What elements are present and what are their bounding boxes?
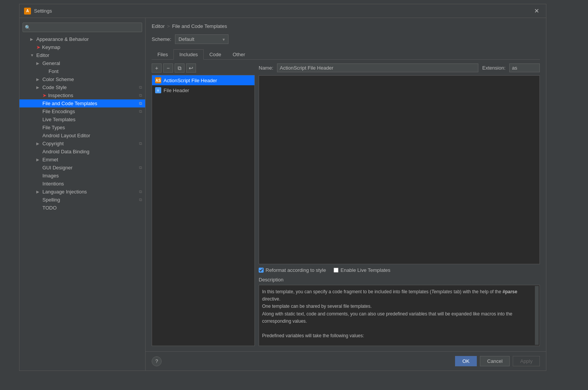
description-scrollbar[interactable] — [535, 286, 539, 345]
scheme-select-wrap: Default Project — [175, 34, 228, 44]
breadcrumb-current: File and Code Templates — [172, 23, 227, 29]
template-right: Name: Extension: Reformat according to s… — [259, 63, 540, 346]
main-panel: Editor > File and Code Templates Scheme:… — [146, 18, 546, 351]
sidebar-item-emmet[interactable]: ▶ Emmet — [19, 156, 145, 164]
search-input[interactable] — [23, 23, 142, 32]
sidebar-item-intentions[interactable]: Intentions — [19, 180, 145, 188]
toolbar: + − ⧉ ↩ — [152, 63, 255, 73]
main-content: 🔍 ▶ Appearance & Behavior ➤ Keymap ▼ Edi… — [19, 18, 546, 370]
help-button[interactable]: ? — [152, 356, 162, 366]
template-item-actionscript[interactable]: AS ActionScript File Header — [152, 75, 254, 85]
template-list-panel: + − ⧉ ↩ AS ActionScript File Header ≡ — [152, 63, 255, 346]
titlebar: A Settings ✕ — [19, 4, 546, 18]
copy-icon-2: ⧉ — [139, 93, 142, 98]
reset-template-button[interactable]: ↩ — [186, 63, 196, 73]
name-row: Name: Extension: — [259, 63, 540, 72]
copy-template-button[interactable]: ⧉ — [175, 63, 185, 73]
name-label: Name: — [259, 65, 273, 71]
tab-includes[interactable]: Includes — [173, 49, 203, 60]
options-row: Reformat according to style Enable Live … — [259, 267, 540, 273]
description-section: Description In this template, you can sp… — [259, 277, 540, 346]
tabs-bar: Files Includes Code Other — [152, 49, 540, 60]
search-box: 🔍 — [23, 23, 142, 32]
sidebar-item-live-templates[interactable]: Live Templates — [19, 115, 145, 123]
sidebar-item-color-scheme[interactable]: ▶ Color Scheme — [19, 75, 145, 83]
copy-icon-5: ⧉ — [139, 141, 142, 146]
settings-window: A Settings ✕ 🔍 ▶ Appearance & Behavior ➤… — [19, 4, 546, 371]
template-item-label-2: File Header — [164, 88, 189, 93]
scheme-label: Scheme: — [152, 36, 171, 42]
copy-icon-3: ⧉ — [139, 101, 142, 106]
inspections-arrow-icon: ➤ — [42, 93, 47, 98]
sidebar-item-copyright[interactable]: ▶ Copyright ⧉ — [19, 140, 145, 148]
template-item-file-header[interactable]: ≡ File Header — [152, 85, 254, 95]
sidebar-item-keymap[interactable]: ➤ Keymap — [19, 43, 145, 51]
template-icon-orange: AS — [155, 77, 161, 83]
sidebar-item-android-data-binding[interactable]: Android Data Binding — [19, 148, 145, 156]
reformat-checkbox-label[interactable]: Reformat according to style — [259, 267, 326, 273]
name-input[interactable] — [277, 63, 478, 72]
breadcrumb-parent: Editor — [152, 23, 165, 29]
sidebar-item-appearance[interactable]: ▶ Appearance & Behavior — [19, 35, 145, 43]
description-title: Description — [259, 277, 540, 283]
copy-icon-8: ⧉ — [139, 197, 142, 202]
sidebar-item-font[interactable]: Font — [19, 67, 145, 75]
live-templates-checkbox-label[interactable]: Enable Live Templates — [334, 267, 390, 273]
remove-template-button[interactable]: − — [163, 63, 173, 73]
sidebar-item-general[interactable]: ▶ General — [19, 59, 145, 67]
code-editor[interactable] — [259, 75, 540, 264]
copy-icon-4: ⧉ — [139, 109, 142, 114]
sidebar-item-language-injections[interactable]: ▶ Language Injections ⧉ — [19, 188, 145, 196]
right-panel: Editor > File and Code Templates Scheme:… — [146, 18, 546, 370]
copy-icon: ⧉ — [139, 85, 142, 90]
reformat-checkbox[interactable] — [259, 268, 264, 273]
tab-files[interactable]: Files — [152, 49, 173, 60]
live-templates-checkbox[interactable] — [334, 268, 339, 273]
template-icon-blue: ≡ — [155, 87, 161, 93]
sidebar-item-spelling[interactable]: Spelling ⧉ — [19, 196, 145, 204]
scheme-select[interactable]: Default Project — [175, 34, 228, 44]
breadcrumb: Editor > File and Code Templates — [152, 23, 540, 29]
sidebar-item-file-encodings[interactable]: File Encodings ⧉ — [19, 107, 145, 115]
keymap-arrow-icon: ➤ — [36, 44, 40, 50]
bottom-bar: ? OK Cancel Apply — [146, 351, 546, 370]
sidebar-item-inspections[interactable]: ➤ Inspections ⧉ — [19, 91, 145, 99]
live-templates-label: Enable Live Templates — [340, 267, 390, 273]
sidebar-item-editor[interactable]: ▼ Editor — [19, 51, 145, 59]
sidebar-item-code-style[interactable]: ▶ Code Style ⧉ — [19, 83, 145, 91]
tab-other[interactable]: Other — [227, 49, 251, 60]
sidebar-item-file-types[interactable]: File Types — [19, 123, 145, 132]
ok-button[interactable]: OK — [455, 356, 477, 366]
copy-icon-7: ⧉ — [139, 189, 142, 194]
app-icon: A — [24, 8, 31, 15]
template-list: AS ActionScript File Header ≡ File Heade… — [152, 75, 255, 346]
description-box: In this template, you can specify a code… — [259, 285, 540, 346]
tab-code[interactable]: Code — [204, 49, 227, 60]
reformat-label: Reformat according to style — [266, 267, 326, 273]
cancel-button[interactable]: Cancel — [480, 356, 510, 366]
sidebar-item-gui-designer[interactable]: GUI Designer ⧉ — [19, 164, 145, 172]
sidebar-item-images[interactable]: Images — [19, 172, 145, 180]
sidebar-item-android-layout-editor[interactable]: Android Layout Editor — [19, 132, 145, 140]
apply-button[interactable]: Apply — [513, 356, 540, 366]
window-title: Settings — [34, 8, 532, 14]
add-template-button[interactable]: + — [152, 63, 162, 73]
extension-label: Extension: — [482, 65, 505, 71]
sidebar-item-file-and-code-templates[interactable]: File and Code Templates ⧉ — [19, 99, 145, 107]
extension-input[interactable] — [509, 63, 540, 72]
copy-icon-6: ⧉ — [139, 165, 142, 170]
breadcrumb-sep: > — [167, 23, 170, 29]
sidebar-item-todo[interactable]: TODO — [19, 204, 145, 212]
template-item-label: ActionScript File Header — [164, 78, 217, 83]
scheme-row: Scheme: Default Project — [152, 34, 540, 44]
template-area: + − ⧉ ↩ AS ActionScript File Header ≡ — [152, 63, 540, 346]
close-button[interactable]: ✕ — [532, 6, 541, 15]
search-icon: 🔍 — [25, 25, 31, 30]
sidebar: 🔍 ▶ Appearance & Behavior ➤ Keymap ▼ Edi… — [19, 18, 146, 370]
